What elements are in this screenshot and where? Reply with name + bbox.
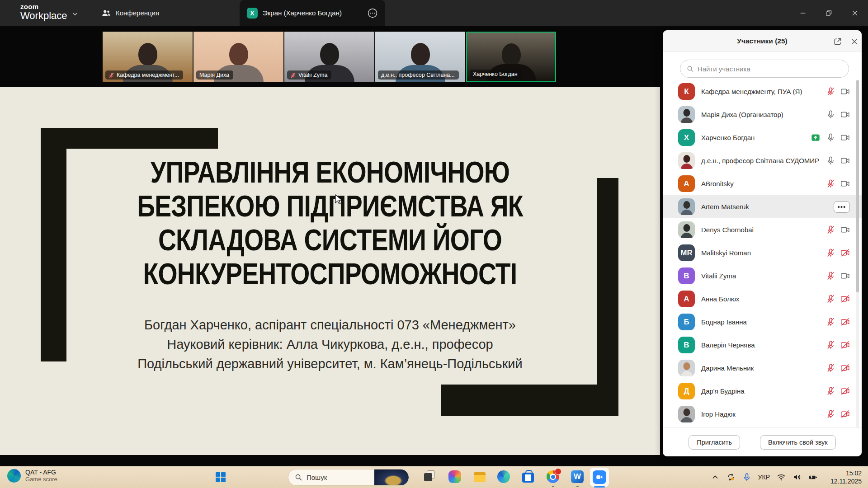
start-button[interactable] [216, 472, 226, 483]
sync-update-icon[interactable] [726, 473, 736, 482]
camera-off-icon[interactable] [840, 340, 850, 350]
participant-row[interactable]: д.е.н., професор Світлана СУДОМИР [663, 149, 862, 172]
participant-avatar: Б [678, 314, 695, 330]
participant-row[interactable]: Denys Chornobai [663, 218, 862, 241]
video-tile[interactable]: Марія Диха [193, 32, 283, 82]
participant-row[interactable]: MR Malitskyi Roman [663, 241, 862, 264]
taskbar-search[interactable]: Пошук [288, 469, 409, 486]
tray-date: 12.11.2025 [830, 477, 862, 485]
video-tile-name: Vitalii Zyma [298, 72, 327, 78]
video-tile[interactable]: д.е.н., професор Світлана... [375, 32, 465, 82]
participant-row[interactable]: B Vitalii Zyma [663, 264, 862, 287]
battery-icon[interactable] [808, 473, 817, 482]
minimize-button[interactable] [796, 6, 810, 20]
camera-off-icon[interactable] [840, 294, 850, 304]
restore-button[interactable] [822, 6, 835, 20]
chrome-button[interactable] [547, 470, 560, 484]
taskbar-widget[interactable]: QAT - AFG Game score [7, 469, 57, 483]
logo-zoom-text: zoom [20, 3, 67, 10]
camera-on-icon[interactable] [840, 156, 850, 165]
microsoft-store-button[interactable] [522, 470, 536, 484]
mic-muted-icon[interactable] [826, 179, 835, 188]
participant-status-icons [826, 225, 850, 235]
mic-muted-icon[interactable] [826, 317, 835, 327]
invite-button[interactable]: Пригласить [689, 435, 740, 450]
store-icon [522, 473, 534, 483]
speaker-icon[interactable] [793, 473, 802, 482]
participant-search[interactable] [680, 60, 849, 78]
language-indicator[interactable]: УКР [758, 474, 770, 481]
participant-search-input[interactable] [698, 65, 842, 73]
shared-screen-slide: УПРАВЛІННЯ ЕКОНОМІЧНОЮ БЕЗПЕКОЮ ПІДПРИЄМ… [0, 87, 660, 455]
mic-muted-icon[interactable] [826, 409, 835, 419]
camera-on-icon[interactable] [840, 133, 850, 142]
camera-off-icon[interactable] [840, 363, 850, 373]
participant-row[interactable]: Б Боднар Іванна [663, 310, 862, 333]
tray-chevron-up-icon[interactable] [711, 473, 720, 482]
mic-muted-icon[interactable] [826, 87, 835, 96]
mic-on-icon[interactable] [826, 133, 835, 142]
camera-on-icon[interactable] [840, 179, 850, 188]
camera-on-icon[interactable] [840, 87, 850, 96]
camera-off-icon[interactable] [840, 317, 850, 327]
task-view-button[interactable] [424, 470, 438, 484]
edge-button[interactable] [497, 470, 511, 484]
video-tile[interactable]: Харченко Богдан [466, 32, 556, 82]
video-tile-name: Марія Диха [199, 72, 229, 78]
video-tile[interactable]: Кафедра менеджмент... [103, 32, 193, 82]
close-panel-icon[interactable] [850, 37, 859, 46]
mic-muted-icon[interactable] [826, 225, 835, 235]
unmute-self-button[interactable]: Включить свой звук [760, 435, 836, 450]
participant-more-button[interactable]: ••• [834, 201, 850, 213]
camera-off-icon[interactable] [840, 386, 850, 396]
taskbar-clock[interactable]: 15:02 12.11.2025 [830, 469, 862, 485]
tray-time: 15:02 [830, 469, 862, 477]
participant-row[interactable]: A ABronitsky [663, 172, 862, 195]
tray-microphone-icon[interactable] [742, 473, 751, 482]
participant-row[interactable]: В Валерія Чернява [663, 333, 862, 357]
pop-out-icon[interactable] [833, 37, 842, 46]
mic-muted-icon[interactable] [826, 294, 835, 304]
camera-on-icon[interactable] [840, 271, 850, 281]
close-window-button[interactable] [848, 6, 862, 20]
participant-list: К Кафедра менеджменту, ПУА (Я) Марія Дих… [663, 80, 862, 426]
tab-screen-share[interactable]: X Экран (Харченко Богдан) [240, 0, 385, 26]
mic-muted-icon[interactable] [826, 271, 835, 281]
minimize-icon [799, 9, 807, 17]
mic-on-icon[interactable] [826, 156, 835, 165]
chevron-down-icon[interactable] [71, 10, 79, 18]
tab-more-icon[interactable] [367, 8, 378, 19]
video-tile[interactable]: Vitalii Zyma [284, 32, 374, 82]
participant-status-icons [826, 340, 850, 350]
file-explorer-button[interactable] [473, 470, 486, 484]
participant-name: Vitalii Zyma [701, 272, 826, 280]
tab-meeting[interactable]: Конференция [95, 0, 165, 26]
zoom-app-button[interactable] [593, 470, 606, 484]
search-highlight-image[interactable] [374, 469, 409, 486]
chrome-running-dot [552, 486, 554, 487]
mic-on-icon[interactable] [826, 110, 835, 119]
participant-row[interactable]: Марія Диха (Организатор) [663, 103, 862, 126]
participant-row[interactable]: К Кафедра менеджменту, ПУА (Я) [663, 80, 862, 103]
participant-row[interactable]: Дарина Мельник [663, 357, 862, 380]
participant-row[interactable]: Д Дар'я Будріна [663, 380, 862, 403]
word-button[interactable]: W [571, 470, 585, 484]
participant-row[interactable]: X Харченко Богдан [663, 126, 862, 149]
scrollbar-thumb[interactable] [856, 80, 859, 292]
camera-on-icon[interactable] [840, 110, 850, 119]
sports-widget-icon [7, 469, 21, 483]
mic-muted-icon[interactable] [826, 248, 835, 258]
mic-muted-icon[interactable] [826, 386, 835, 396]
wifi-icon[interactable] [777, 473, 786, 482]
participant-row[interactable]: Artem Matseruk ••• [663, 195, 862, 218]
participant-row[interactable]: А Анна Болюх [663, 287, 862, 310]
participant-row[interactable]: Ігор Надюк [663, 403, 862, 426]
participant-name: Denys Chornobai [701, 226, 826, 234]
video-tile-nameplate: Кафедра менеджмент... [105, 70, 183, 80]
mic-muted-icon[interactable] [826, 340, 835, 350]
camera-off-icon[interactable] [840, 409, 850, 419]
camera-off-icon[interactable] [840, 248, 850, 258]
copilot-button[interactable] [448, 470, 462, 484]
camera-on-icon[interactable] [840, 225, 850, 235]
mic-muted-icon[interactable] [826, 363, 835, 373]
